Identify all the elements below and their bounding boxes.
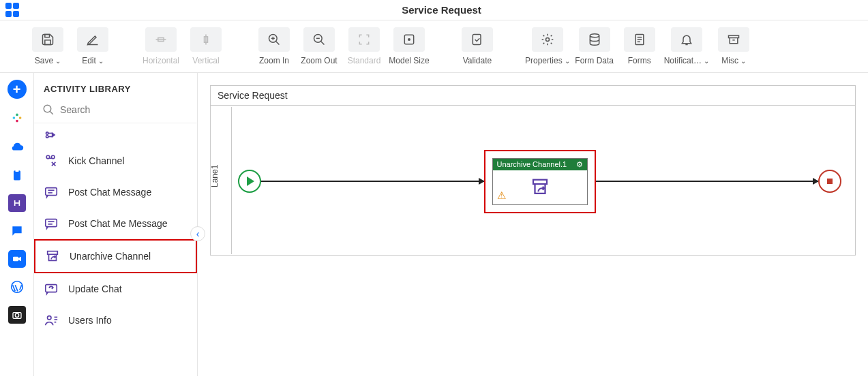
chevron-down-icon: ⌄: [98, 57, 104, 65]
zoom-in-button[interactable]: Zoom In: [254, 27, 295, 65]
svg-point-37: [44, 105, 51, 112]
camera-icon[interactable]: [8, 306, 26, 324]
canvas-wrap: Service Request Lane1 Unarchive Channel.…: [198, 73, 868, 376]
svg-rect-27: [16, 120, 18, 123]
svg-rect-51: [46, 219, 57, 227]
list-item-label: Update Chat: [68, 283, 122, 294]
search-input[interactable]: [60, 104, 189, 115]
forms-label: Forms: [628, 56, 651, 65]
model-size-label: Model Size: [389, 56, 429, 65]
lane-label: Lane1: [210, 164, 220, 187]
flow-row: Unarchive Channel.1 ⚙ ⚠: [238, 161, 841, 202]
edit-label: Edit: [82, 56, 96, 65]
activity-highlight: Unarchive Channel.1 ⚙ ⚠: [484, 150, 596, 213]
zoom-in-icon: [258, 27, 290, 52]
horizontal-label: Horizontal: [143, 56, 179, 65]
wordpress-icon[interactable]: [8, 277, 27, 296]
process-canvas[interactable]: Service Request Lane1 Unarchive Channel.…: [210, 85, 856, 256]
save-label: Save: [35, 56, 53, 65]
apps-icon[interactable]: [5, 3, 20, 18]
forms-icon: [624, 27, 655, 52]
bell-icon: [671, 27, 702, 52]
list-item-partial[interactable]: [34, 123, 197, 145]
library-list[interactable]: Kick Channel Post Chat Message Post Chat…: [34, 123, 197, 376]
zoom-out-label: Zoom Out: [301, 56, 337, 65]
svg-rect-33: [13, 257, 18, 262]
left-rail: +: [0, 73, 34, 376]
list-item[interactable]: Users Info: [34, 305, 197, 336]
properties-button[interactable]: Properties⌄: [525, 27, 570, 65]
end-node[interactable]: [818, 170, 841, 193]
svg-rect-54: [48, 251, 58, 255]
model-size-button[interactable]: Model Size: [389, 27, 430, 65]
svg-rect-48: [46, 188, 57, 196]
connector[interactable]: [261, 181, 484, 182]
clipboard-icon[interactable]: [8, 166, 27, 185]
svg-point-14: [408, 39, 410, 41]
chevron-down-icon: ⌄: [704, 57, 709, 65]
add-button[interactable]: +: [8, 80, 27, 99]
svg-line-38: [50, 111, 53, 114]
database-icon: [579, 27, 610, 52]
lane-divider: [231, 107, 232, 254]
model-size-icon: [393, 27, 425, 52]
align-vertical-icon: [190, 27, 222, 52]
gear-icon[interactable]: ⚙: [576, 160, 583, 169]
users-info-icon: [42, 311, 60, 329]
notifications-button[interactable]: Notificat…⌄: [664, 27, 709, 65]
text-block-icon[interactable]: [8, 194, 26, 212]
cloud-icon[interactable]: [8, 137, 27, 156]
svg-rect-0: [45, 35, 50, 37]
search-icon: [42, 104, 55, 116]
search-row: [34, 99, 197, 123]
start-node[interactable]: [238, 170, 261, 193]
fit-standard-icon: [348, 27, 380, 52]
forms-button[interactable]: Forms: [619, 27, 660, 65]
save-icon: [32, 27, 63, 52]
list-item[interactable]: Post Chat Message: [34, 176, 197, 208]
chevron-left-icon: ‹: [196, 228, 200, 239]
chevron-down-icon: ⌄: [55, 57, 61, 65]
form-data-label: Form Data: [575, 56, 614, 65]
connector[interactable]: [596, 181, 819, 182]
standard-button: Standard: [344, 27, 385, 65]
svg-rect-24: [12, 117, 15, 119]
list-item-label: Users Info: [68, 315, 112, 326]
list-item-unarchive[interactable]: Unarchive Channel: [34, 239, 197, 273]
unarchive-icon: [528, 177, 552, 198]
collapse-button[interactable]: ‹: [190, 226, 205, 241]
misc-button[interactable]: Misc⌄: [713, 27, 754, 65]
update-chat-icon: [42, 280, 60, 298]
vertical-button: Vertical: [185, 27, 226, 65]
svg-rect-15: [473, 35, 481, 45]
notifications-label: Notificat…: [664, 56, 702, 65]
video-icon[interactable]: [8, 250, 26, 268]
svg-point-36: [15, 313, 18, 317]
zoom-out-button[interactable]: Zoom Out: [299, 27, 340, 65]
svg-point-43: [46, 155, 50, 159]
activity-header: Unarchive Channel.1 ⚙: [493, 159, 587, 170]
svg-point-39: [46, 132, 48, 134]
edit-button[interactable]: Edit⌄: [72, 27, 113, 65]
activity-title: Unarchive Channel.1: [497, 160, 567, 168]
chat-message-icon: [42, 183, 60, 201]
list-item-label: Kick Channel: [68, 155, 125, 166]
svg-rect-1: [45, 40, 50, 45]
list-item[interactable]: Kick Channel: [34, 145, 197, 176]
archive-icon: [718, 27, 749, 52]
properties-label: Properties: [525, 56, 563, 65]
chat-icon[interactable]: [8, 221, 27, 241]
chevron-down-icon: ⌄: [740, 57, 746, 65]
save-button[interactable]: Save⌄: [27, 27, 68, 65]
list-item-label: Unarchive Channel: [70, 251, 151, 262]
activity-node[interactable]: Unarchive Channel.1 ⚙ ⚠: [492, 158, 588, 205]
slack-icon[interactable]: [8, 108, 27, 127]
list-item-label: Post Chat Me Message: [68, 218, 168, 229]
list-item[interactable]: Update Chat: [34, 273, 197, 305]
validate-button[interactable]: Validate: [457, 27, 498, 65]
list-item-label: Post Chat Message: [68, 187, 151, 198]
list-item[interactable]: Post Chat Me Message: [34, 208, 197, 239]
svg-rect-29: [15, 170, 18, 172]
horizontal-button: Horizontal: [140, 27, 181, 65]
form-data-button[interactable]: Form Data: [574, 27, 615, 65]
